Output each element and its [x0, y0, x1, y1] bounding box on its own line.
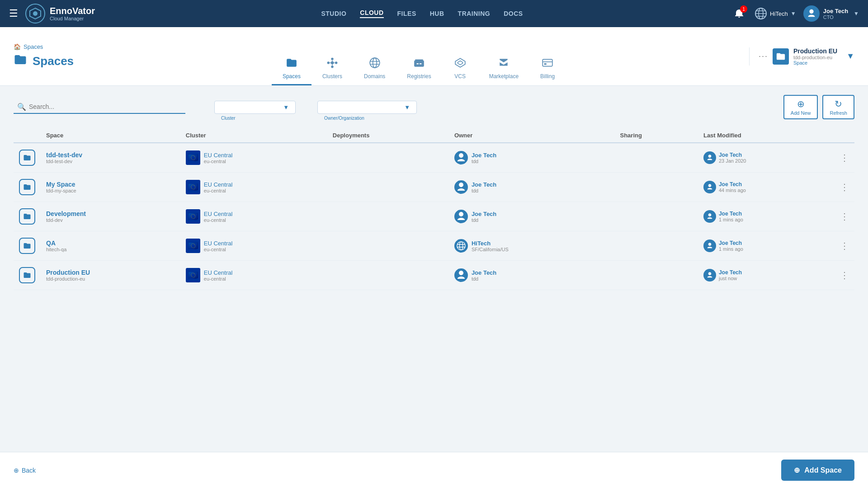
svg-point-23 [457, 242, 465, 250]
add-space-icon: ⊕ [794, 466, 800, 474]
cluster-cell: 🇪🇺 EU Central eu-central [186, 239, 322, 253]
user-avatar [803, 5, 820, 22]
owner-avatar [454, 180, 468, 194]
space-name-link[interactable]: tdd-test-dev [46, 151, 175, 159]
svg-point-1 [33, 11, 38, 16]
owner-sub: SF/California/US [472, 247, 509, 252]
row-menu-button[interactable]: ⋮ [840, 182, 849, 192]
refresh-button[interactable]: ↻ Refresh [822, 95, 854, 119]
row-menu-button[interactable]: ⋮ [840, 270, 849, 280]
app-subtitle: Cloud Manager [50, 16, 95, 21]
owner-cell: Joe Tech tdd [454, 180, 609, 194]
svg-point-9 [335, 61, 337, 64]
owner-name: Joe Tech [472, 269, 496, 276]
user-role: CTO [823, 14, 848, 20]
owner-cell: Joe Tech tdd [454, 268, 609, 282]
page-title-row: Spaces [14, 53, 88, 70]
add-new-button[interactable]: ⊕ Add New [783, 95, 818, 119]
nav-links: STUDIO CLOUD FILES HUB TRAINING DOCS [321, 9, 523, 18]
tab-vcs-label: VCS [454, 73, 466, 80]
col-space: Space [41, 128, 180, 143]
action-buttons: ⊕ Add New ↻ Refresh [783, 95, 854, 119]
space-name-link[interactable]: QA [46, 239, 175, 247]
col-actions [835, 128, 854, 143]
back-button[interactable]: ⊕ Back [14, 467, 36, 474]
modified-time: 44 mins ago [719, 188, 746, 193]
table-row: tdd-test-dev tdd-test-dev 🇪🇺 EU Central … [14, 143, 854, 173]
nav-training[interactable]: TRAINING [458, 10, 491, 17]
cluster-name: EU Central [204, 152, 233, 159]
domains-tab-icon [369, 57, 381, 71]
space-name-link[interactable]: My Space [46, 181, 175, 188]
owner-name: HiTech [472, 240, 509, 247]
tab-clusters-label: Clusters [322, 73, 342, 80]
cluster-flag: 🇪🇺 [186, 150, 200, 165]
owner-avatar [454, 239, 468, 253]
current-space-name: Production EU [793, 47, 837, 55]
breadcrumb-label: Spaces [24, 43, 43, 50]
cluster-name: EU Central [204, 211, 233, 217]
modifier-avatar [703, 151, 716, 164]
cluster-sub: eu-central [204, 276, 233, 282]
topnav: ☰ EnnoVator Cloud Manager STUDIO CLOUD F… [0, 0, 868, 27]
breadcrumb: 🏠 Spaces [14, 43, 88, 50]
user-area[interactable]: Joe Tech CTO ▼ [803, 5, 859, 22]
space-name-link[interactable]: Development [46, 210, 175, 217]
tab-clusters[interactable]: Clusters [311, 52, 353, 85]
logo-area: EnnoVator Cloud Manager [25, 4, 95, 23]
more-options-icon[interactable]: ··· [759, 52, 768, 61]
owner-filter[interactable]: ▼ Owner/Organization [317, 101, 417, 114]
space-name-cell: My Space tdd-my-space [46, 181, 175, 193]
cluster-filter[interactable]: ▼ Cluster [214, 101, 296, 114]
svg-point-24 [459, 242, 462, 250]
row-menu-button[interactable]: ⋮ [840, 211, 849, 221]
org-name: HiTech [770, 10, 788, 17]
modified-time: 1 mins ago [719, 246, 743, 252]
space-name-link[interactable]: Production EU [46, 269, 175, 276]
svg-point-16 [370, 58, 380, 68]
nav-files[interactable]: FILES [397, 10, 416, 17]
current-space-sub: tdd-production-eu [793, 55, 837, 60]
add-space-button[interactable]: ⊕ Add Space [781, 460, 854, 481]
search-input[interactable] [29, 103, 182, 110]
table-row: My Space tdd-my-space 🇪🇺 EU Central eu-c… [14, 173, 854, 202]
row-menu-button[interactable]: ⋮ [840, 241, 849, 251]
nav-hub[interactable]: HUB [430, 10, 444, 17]
user-dropdown-icon[interactable]: ▼ [854, 10, 859, 17]
user-name: Joe Tech [823, 8, 848, 14]
nav-docs[interactable]: DOCS [504, 10, 523, 17]
table-area: 🔍 ▼ Cluster ▼ Owner/Organization [0, 86, 868, 452]
tab-spaces[interactable]: Spaces [272, 52, 311, 85]
current-space-info: Production EU tdd-production-eu Space [793, 47, 837, 66]
hamburger-icon[interactable]: ☰ [9, 8, 18, 19]
notification-button[interactable]: 1 [731, 5, 747, 22]
owner-filter-label: Owner/Organization [324, 116, 364, 121]
tab-vcs[interactable]: VCS [442, 52, 478, 85]
add-new-label: Add New [791, 110, 811, 116]
col-modified: Last Modified [698, 128, 835, 143]
tab-billing[interactable]: Billing [529, 52, 566, 85]
org-area[interactable]: HiTech ▼ [755, 7, 796, 20]
marketplace-tab-icon [498, 57, 509, 71]
vcs-tab-icon [454, 57, 466, 71]
svg-rect-20 [542, 59, 552, 66]
tab-domains-label: Domains [364, 73, 385, 80]
space-name-cell: tdd-test-dev tdd-test-dev [46, 151, 175, 164]
svg-marker-19 [458, 61, 462, 65]
refresh-label: Refresh [830, 110, 847, 116]
nav-cloud[interactable]: CLOUD [360, 9, 383, 18]
org-dropdown-icon[interactable]: ▼ [791, 10, 796, 17]
owner-cell: Joe Tech tdd [454, 210, 609, 223]
modifier-avatar [703, 181, 716, 193]
tab-marketplace[interactable]: Marketplace [478, 52, 529, 85]
modified-cell: Joe Tech 23 Jan 2020 [703, 151, 829, 164]
row-menu-button[interactable]: ⋮ [840, 153, 849, 163]
current-space-dropdown-icon[interactable]: ▼ [846, 52, 854, 61]
tab-registries[interactable]: Registries [396, 52, 442, 85]
nav-studio[interactable]: STUDIO [321, 10, 346, 17]
svg-point-10 [331, 58, 333, 60]
modifier-name: Joe Tech [719, 269, 742, 276]
modified-time: 1 mins ago [719, 217, 743, 222]
page-title-icon [14, 53, 27, 70]
tab-domains[interactable]: Domains [353, 52, 396, 85]
